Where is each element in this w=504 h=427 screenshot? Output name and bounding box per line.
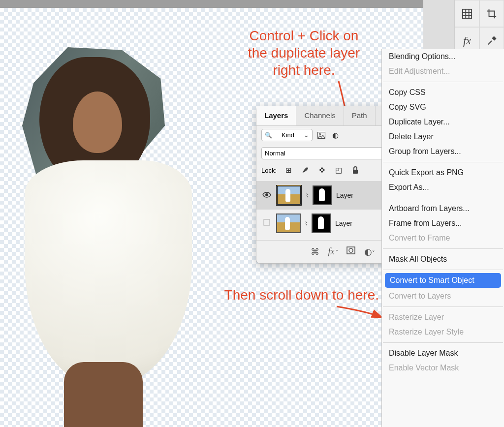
- menu-item-frame-from-layers[interactable]: Frame from Layers...: [382, 216, 504, 231]
- chevron-down-icon: ⌄: [304, 131, 309, 139]
- layer-mask-thumbnail[interactable]: [313, 185, 332, 205]
- menu-item-duplicate-layer[interactable]: Duplicate Layer...: [382, 115, 504, 129]
- svg-rect-9: [264, 219, 270, 225]
- mask-link-icon[interactable]: ⌇: [305, 220, 308, 227]
- menu-item-disable-layer-mask[interactable]: Disable Layer Mask: [382, 346, 504, 361]
- svg-rect-0: [463, 9, 472, 18]
- menu-item-copy-css[interactable]: Copy CSS: [382, 85, 504, 100]
- svg-point-8: [266, 194, 268, 196]
- menu-item-artboard-from-layers[interactable]: Artboard from Layers...: [382, 201, 504, 216]
- tab-channels[interactable]: Channels: [296, 106, 344, 125]
- lock-paint-icon[interactable]: [300, 165, 310, 175]
- lock-all-icon[interactable]: [350, 165, 360, 175]
- right-toolbar: fx: [454, 0, 504, 55]
- menu-item-edit-adjustment: Edit Adjustment...: [382, 64, 504, 79]
- mask-link-icon[interactable]: ⌇: [306, 192, 309, 199]
- menu-item-delete-layer[interactable]: Delete Layer: [382, 129, 504, 144]
- layer-filter-kind[interactable]: 🔍 Kind ⌄: [261, 129, 313, 141]
- menu-item-convert-to-layers: Convert to Layers: [382, 289, 504, 304]
- svg-rect-10: [347, 247, 355, 254]
- layer-filter-kind-label: Kind: [282, 131, 294, 139]
- crop-icon[interactable]: [479, 0, 504, 27]
- layer-name-label[interactable]: Layer: [335, 219, 352, 227]
- menu-item-convert-to-smart-object[interactable]: Convert to Smart Object: [385, 273, 501, 288]
- grid-icon[interactable]: [455, 0, 479, 27]
- layer-thumbnail[interactable]: [276, 185, 302, 206]
- layer-thumbnail[interactable]: [276, 214, 301, 233]
- menu-item-enable-vector-mask: Enable Vector Mask: [382, 361, 504, 375]
- menu-item-rasterize-layer: Rasterize Layer: [382, 310, 504, 325]
- menu-item-copy-svg[interactable]: Copy SVG: [382, 100, 504, 115]
- visibility-empty-icon[interactable]: [261, 219, 272, 228]
- menu-item-group-from-layers[interactable]: Group from Layers...: [382, 144, 504, 159]
- visibility-eye-icon[interactable]: [261, 191, 272, 200]
- link-layers-icon[interactable]: ⌘: [311, 246, 319, 257]
- filter-image-icon[interactable]: [316, 130, 326, 140]
- layer-mask-thumbnail[interactable]: [312, 214, 331, 233]
- menu-separator: [383, 198, 503, 198]
- lock-label: Lock:: [261, 167, 277, 174]
- lock-transparency-icon[interactable]: ⊞: [284, 165, 293, 175]
- menu-separator: [383, 342, 503, 343]
- menu-item-export-as[interactable]: Export As...: [382, 180, 504, 195]
- menu-item-quick-export-as-png[interactable]: Quick Export as PNG: [382, 165, 504, 180]
- menu-separator: [383, 306, 503, 307]
- lock-move-icon[interactable]: ✥: [317, 165, 327, 175]
- blend-mode-value: Normal: [265, 150, 285, 157]
- svg-point-11: [349, 248, 353, 252]
- menu-item-blending-options[interactable]: Blending Options...: [382, 49, 504, 64]
- menu-item-mask-all-objects[interactable]: Mask All Objects: [382, 252, 504, 267]
- svg-point-6: [319, 133, 321, 135]
- menu-separator: [383, 270, 503, 270]
- menu-separator: [383, 162, 503, 162]
- adjustment-layer-icon[interactable]: ◐˅: [364, 246, 375, 257]
- lock-artboard-icon[interactable]: ◰: [334, 165, 344, 175]
- menu-separator: [383, 82, 503, 82]
- layer-context-menu: Blending Options...Edit Adjustment...Cop…: [381, 49, 504, 427]
- document-bar: [0, 0, 423, 8]
- tab-layers[interactable]: Layers: [256, 106, 296, 125]
- menu-item-convert-to-frame: Convert to Frame: [382, 231, 504, 245]
- subject-silhouette: [17, 57, 199, 427]
- add-mask-icon[interactable]: [346, 246, 355, 257]
- svg-rect-7: [353, 170, 358, 174]
- tab-paths[interactable]: Path: [344, 106, 376, 125]
- fx-menu-icon[interactable]: fx˅: [328, 246, 338, 257]
- layer-name-label[interactable]: Layer: [336, 191, 353, 199]
- menu-item-rasterize-layer-style: Rasterize Layer Style: [382, 325, 504, 339]
- menu-separator: [383, 248, 503, 249]
- filter-adjust-icon[interactable]: ◐: [330, 130, 340, 140]
